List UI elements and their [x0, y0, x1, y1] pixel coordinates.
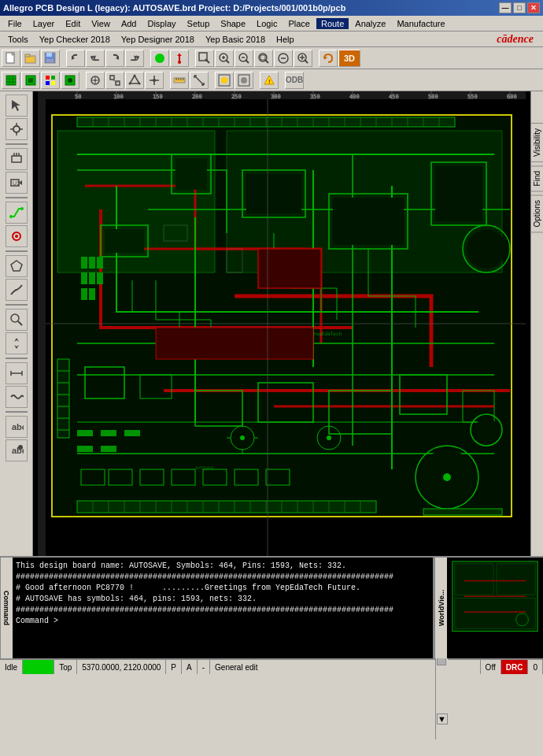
status-counter: 0 — [528, 660, 543, 674]
svg-rect-45 — [46, 81, 50, 85]
drc-button[interactable]: ! — [260, 72, 279, 89]
menu-yep-basic[interactable]: Yep Basic 2018 — [201, 34, 270, 45]
find-tab[interactable]: Find — [530, 165, 543, 191]
lp-wave-tool[interactable] — [6, 386, 28, 408]
zoom-fit-button[interactable] — [254, 50, 273, 67]
svg-text:450: 450 — [389, 94, 399, 100]
grid2-button[interactable] — [21, 72, 40, 89]
hilight-icon — [153, 52, 166, 65]
status-mode: Idle — [0, 660, 23, 674]
right-panel: Visibility Find Options — [530, 91, 543, 556]
svg-text:500: 500 — [428, 94, 438, 100]
command-text[interactable]: This design board name: AUTOSAVE, Symbol… — [13, 558, 433, 658]
menu-place[interactable]: Place — [283, 18, 315, 29]
status-al: A — [182, 660, 198, 674]
save-button[interactable] — [41, 50, 60, 67]
svg-text:200: 200 — [192, 94, 202, 100]
options-tab[interactable]: Options — [530, 195, 543, 232]
lp-dim-tool[interactable] — [6, 362, 28, 384]
svg-line-20 — [226, 60, 229, 63]
dehighlight-button[interactable] — [235, 72, 253, 89]
snap4-button[interactable] — [145, 72, 164, 89]
zoom-prev-button[interactable] — [274, 50, 293, 67]
undo2-button[interactable] — [86, 50, 105, 67]
open-button[interactable] — [21, 50, 40, 67]
svg-point-92 — [9, 215, 13, 218]
svg-rect-200 — [89, 288, 95, 300]
highlight-button[interactable] — [215, 72, 234, 89]
lp-label-tool[interactable]: U1 — [6, 172, 28, 194]
measure-button[interactable] — [190, 72, 209, 89]
wave-icon — [9, 390, 24, 404]
label-icon: U1 — [9, 176, 24, 190]
lp-pan-tool[interactable] — [6, 332, 28, 354]
grid3-icon — [64, 74, 76, 87]
redo-button[interactable] — [125, 50, 144, 67]
redo-icon — [128, 52, 141, 65]
lp-shape-tool[interactable] — [6, 255, 28, 277]
odd-button[interactable]: ODB — [285, 72, 304, 89]
snap2-button[interactable] — [105, 72, 124, 89]
new-button[interactable] — [2, 50, 20, 67]
cmd-line-1: This design board name: AUTOSAVE, Symbol… — [16, 561, 430, 572]
refresh-button[interactable] — [319, 50, 338, 67]
menu-edit[interactable]: Edit — [61, 18, 85, 29]
menu-route[interactable]: Route — [316, 18, 349, 29]
menu-setup[interactable]: Setup — [183, 18, 215, 29]
grid3-button[interactable] — [61, 72, 79, 89]
zoom-out-button[interactable] — [235, 50, 253, 67]
lp-line-tool[interactable] — [6, 279, 28, 301]
snap3-button[interactable] — [125, 72, 144, 89]
menu-yep-designer[interactable]: Yep Designer 2018 — [116, 34, 199, 45]
svg-rect-116 — [246, 174, 301, 213]
dehighlight-icon — [238, 74, 250, 87]
svg-rect-44 — [51, 76, 55, 80]
snap-on-button[interactable] — [86, 72, 105, 89]
zoom-window-button[interactable] — [195, 50, 214, 67]
pcb-canvas[interactable]: YepEdaTech AUTOSAVE — [33, 91, 530, 556]
lp-point-tool[interactable] — [6, 118, 28, 140]
command-content: This design board name: AUTOSAVE, Symbol… — [13, 558, 433, 658]
menu-analyze[interactable]: Analyze — [350, 18, 390, 29]
lp-component-tool[interactable] — [6, 148, 28, 170]
menu-tools[interactable]: Tools — [3, 34, 33, 45]
maximize-button[interactable]: □ — [513, 2, 526, 13]
menu-display[interactable]: Display — [142, 18, 180, 29]
close-button[interactable]: ✕ — [527, 2, 540, 13]
redo-back-button[interactable] — [105, 50, 124, 67]
svg-rect-250 — [455, 564, 493, 595]
hilight-button[interactable] — [150, 50, 169, 67]
menu-yep-checker[interactable]: Yep Checker 2018 — [35, 34, 115, 45]
3d-button[interactable]: 3D — [338, 50, 360, 67]
ruler-button[interactable] — [170, 72, 189, 89]
pin-button[interactable] — [170, 50, 189, 67]
menu-add[interactable]: Add — [116, 18, 142, 29]
svg-rect-194 — [89, 257, 95, 269]
scroll-down-btn[interactable]: ▼ — [437, 713, 448, 724]
menu-shape[interactable]: Shape — [216, 18, 250, 29]
zoom-next-button[interactable] — [294, 50, 312, 67]
lp-zoom-tool[interactable] — [6, 309, 28, 331]
cmd-line-5: ########################################… — [16, 605, 430, 616]
menu-manufacture[interactable]: Manufacture — [392, 18, 449, 29]
menu-file[interactable]: File — [3, 18, 27, 29]
menu-layer[interactable]: Layer — [28, 18, 60, 29]
undo-button[interactable] — [66, 50, 85, 67]
svg-text:550: 550 — [467, 94, 478, 100]
minimize-button[interactable]: — — [499, 2, 512, 13]
menu-help[interactable]: Help — [272, 34, 299, 45]
visibility-tab[interactable]: Visibility — [530, 123, 543, 162]
lp-crosshair[interactable]: abc — [6, 439, 28, 461]
menu-logic[interactable]: Logic — [252, 18, 282, 29]
grid-toggle-button[interactable] — [2, 72, 20, 89]
lp-route-tool[interactable] — [6, 202, 28, 224]
lp-select-tool[interactable] — [6, 94, 28, 117]
lp-via-tool[interactable] — [6, 225, 28, 247]
svg-rect-120 — [435, 166, 482, 221]
color-grid-button[interactable] — [41, 72, 60, 89]
zoom-in-button[interactable] — [215, 50, 234, 67]
svg-rect-171 — [77, 501, 376, 513]
menu-view[interactable]: View — [87, 18, 115, 29]
lp-text-tool[interactable]: abc — [6, 416, 28, 438]
mini-map-canvas[interactable] — [447, 558, 543, 658]
